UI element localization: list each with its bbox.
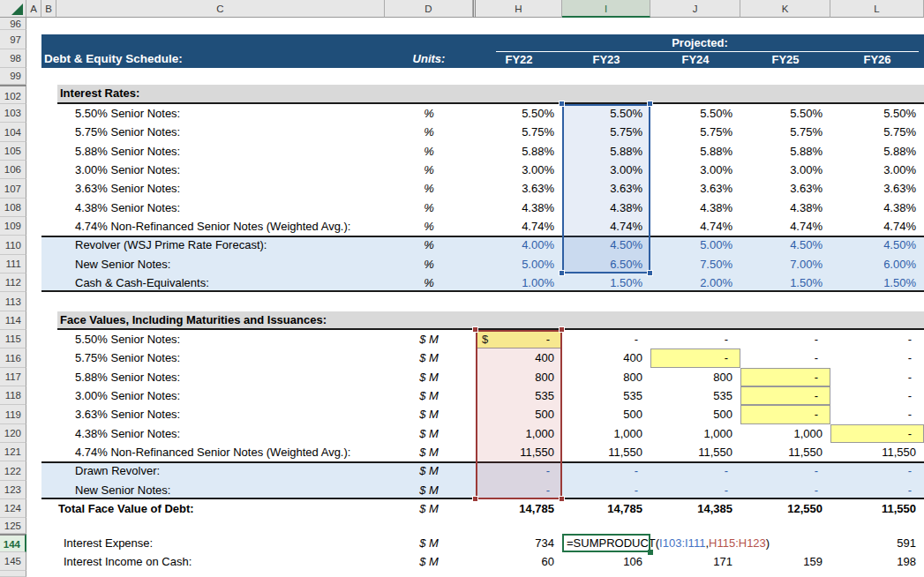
value-cell[interactable]: 5.88% <box>740 142 830 161</box>
units-cell[interactable]: % <box>385 217 473 236</box>
row-label-cell[interactable]: Interest Income on Cash: <box>64 552 372 571</box>
value-cell[interactable]: - <box>650 348 740 368</box>
row-header-145[interactable]: 145 <box>0 552 26 571</box>
row-header-120[interactable]: 120 <box>0 424 26 443</box>
value-cell[interactable]: - <box>740 368 830 386</box>
value-cell[interactable]: 14,785 <box>476 499 562 518</box>
units-cell[interactable]: % <box>385 274 473 292</box>
value-cell[interactable]: 1,000 <box>650 424 740 443</box>
value-cell[interactable]: 4.74% <box>830 217 924 236</box>
row-header-104[interactable]: 104 <box>0 123 26 142</box>
value-cell[interactable]: 159 <box>740 552 830 571</box>
row-label-cell[interactable]: 4.74% Non-Refinanced Senior Notes (Weigh… <box>75 217 384 236</box>
row-label-cell[interactable]: 3.63% Senior Notes: <box>75 179 384 199</box>
units-cell[interactable]: $ M <box>385 424 473 443</box>
value-cell[interactable]: 1,000 <box>562 424 650 443</box>
row-header-108[interactable]: 108 <box>0 199 26 217</box>
value-cell[interactable]: - <box>830 330 924 348</box>
row-label-cell[interactable]: 3.63% Senior Notes: <box>75 405 384 424</box>
row-header-125[interactable]: 125 <box>0 518 26 534</box>
row-header-107[interactable]: 107 <box>0 179 26 199</box>
value-cell[interactable]: 60 <box>476 552 562 571</box>
row-label-cell[interactable]: 5.50% Senior Notes: <box>75 330 384 348</box>
value-cell[interactable]: 3.00% <box>476 161 562 179</box>
units-header-cell[interactable]: Units: <box>385 49 473 68</box>
value-cell[interactable]: - <box>740 481 830 499</box>
value-cell[interactable]: 4.38% <box>650 199 740 217</box>
value-cell[interactable]: 3.63% <box>476 179 562 199</box>
units-cell[interactable]: % <box>385 104 473 123</box>
row-label-cell[interactable]: 3.00% Senior Notes: <box>75 386 384 405</box>
row-header-124[interactable]: 124 <box>0 499 26 518</box>
value-cell[interactable]: - <box>830 481 924 499</box>
row-label-cell[interactable]: 4.74% Non-Refinanced Senior Notes (Weigh… <box>75 443 384 461</box>
value-cell[interactable]: 3.00% <box>650 161 740 179</box>
formula-edit-cell[interactable] <box>562 534 650 552</box>
row-label-cell[interactable]: New Senior Notes: <box>75 481 384 499</box>
red-reference-handle[interactable] <box>559 496 565 502</box>
row-header-110[interactable]: 110 <box>0 236 26 255</box>
fill-handle[interactable] <box>648 550 653 555</box>
value-cell[interactable]: - <box>830 424 924 443</box>
value-cell[interactable]: 11,550 <box>740 443 830 461</box>
value-cell[interactable]: - <box>830 405 924 424</box>
fiscal-year-header-cell[interactable]: FY26 <box>830 51 924 68</box>
blue-reference-handle[interactable] <box>647 101 653 107</box>
value-cell[interactable]: - <box>740 348 830 368</box>
value-cell[interactable]: 14,385 <box>650 499 740 518</box>
value-cell[interactable]: 7.50% <box>650 255 740 274</box>
units-cell[interactable]: % <box>385 161 473 179</box>
value-cell[interactable]: 12,550 <box>740 499 830 518</box>
row-header-102[interactable]: 102 <box>0 85 26 104</box>
row-label-cell[interactable]: 4.38% Senior Notes: <box>75 424 384 443</box>
value-cell[interactable]: - <box>562 330 650 348</box>
value-cell[interactable]: - <box>830 368 924 386</box>
value-cell[interactable]: 5.00% <box>476 255 562 274</box>
value-cell[interactable]: 5.50% <box>650 104 740 123</box>
value-cell[interactable]: 5.75% <box>740 123 830 142</box>
value-cell[interactable]: - <box>740 330 830 348</box>
row-label-cell[interactable]: Cash & Cash-Equivalents: <box>75 274 384 292</box>
value-cell[interactable]: 11,550 <box>830 443 924 461</box>
row-label-cell[interactable]: 5.88% Senior Notes: <box>75 142 384 161</box>
value-cell[interactable]: - <box>650 461 740 481</box>
units-cell[interactable]: $ M <box>385 368 473 386</box>
value-cell[interactable]: - <box>650 330 740 348</box>
column-header-L[interactable]: L <box>830 0 924 18</box>
value-cell[interactable]: 800 <box>650 368 740 386</box>
column-header-I[interactable]: I <box>562 0 650 18</box>
fiscal-year-header-cell[interactable]: FY23 <box>562 51 650 68</box>
value-cell[interactable]: 4.74% <box>476 217 562 236</box>
column-header-B[interactable]: B <box>41 0 56 18</box>
units-cell[interactable]: $ M <box>385 330 473 348</box>
row-header-117[interactable]: 117 <box>0 368 26 386</box>
column-header-A[interactable]: A <box>26 0 41 18</box>
value-cell[interactable]: 11,550 <box>830 499 924 518</box>
row-header-99[interactable]: 99 <box>0 68 26 85</box>
row-header-103[interactable]: 103 <box>0 104 26 123</box>
value-cell[interactable]: 535 <box>562 386 650 405</box>
row-label-cell[interactable]: New Senior Notes: <box>75 255 384 274</box>
value-cell[interactable]: - <box>562 481 650 499</box>
row-header-114[interactable]: 114 <box>0 311 26 330</box>
blue-reference-handle[interactable] <box>647 270 653 276</box>
units-cell[interactable]: $ M <box>385 552 473 571</box>
value-cell[interactable]: 400 <box>562 348 650 368</box>
value-cell[interactable]: 4.74% <box>650 217 740 236</box>
row-label-cell[interactable]: 4.38% Senior Notes: <box>75 199 384 217</box>
units-cell[interactable]: $ M <box>385 481 473 499</box>
column-header-J[interactable]: J <box>650 0 740 18</box>
value-cell[interactable]: 3.00% <box>830 161 924 179</box>
value-cell[interactable]: 734 <box>476 534 562 552</box>
value-cell[interactable]: 5.50% <box>830 104 924 123</box>
value-cell[interactable]: - <box>740 461 830 481</box>
value-cell[interactable]: 4.50% <box>830 236 924 255</box>
row-header-111[interactable]: 111 <box>0 255 26 274</box>
value-cell[interactable]: 5.50% <box>740 104 830 123</box>
row-header-119[interactable]: 119 <box>0 405 26 424</box>
units-cell[interactable]: $ M <box>385 386 473 405</box>
units-cell[interactable]: % <box>385 142 473 161</box>
value-cell[interactable]: 3.63% <box>830 179 924 199</box>
value-cell[interactable]: 1.00% <box>476 274 562 292</box>
row-header-109[interactable]: 109 <box>0 217 26 236</box>
